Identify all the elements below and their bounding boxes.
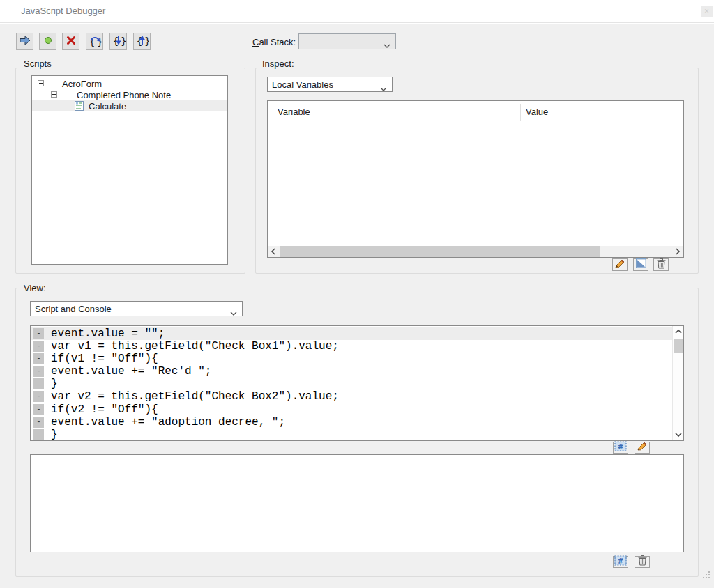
resize-grip[interactable] xyxy=(703,577,704,578)
resume-button[interactable] xyxy=(16,33,33,50)
chevron-down-icon xyxy=(380,83,387,87)
hash-icon: # xyxy=(614,555,627,568)
tree-item-calculate[interactable]: Calculate xyxy=(32,100,227,111)
breakpoint-gutter[interactable]: - xyxy=(33,404,44,415)
code-line-text: var v2 = this.getField("Check Box2").val… xyxy=(51,390,339,403)
javascript-debugger-window: JavaScript Debugger {} {} {} Call Stack:… xyxy=(0,0,714,588)
value-column-header[interactable]: Value xyxy=(526,107,548,117)
green-dot-icon xyxy=(42,34,54,49)
goto-console-line-button[interactable]: # xyxy=(613,556,628,568)
horizontal-scrollbar[interactable] xyxy=(268,246,683,257)
close-button[interactable] xyxy=(701,6,713,17)
scripts-tree[interactable]: AcroFormCompleted Phone NoteCalculate xyxy=(31,75,228,265)
collapse-minus-icon[interactable] xyxy=(38,80,44,86)
scroll-up-icon[interactable] xyxy=(673,326,684,337)
stop-button[interactable] xyxy=(62,33,79,50)
step-into-button[interactable]: {} xyxy=(109,33,127,50)
code-line[interactable]: -event.value = ""; xyxy=(31,327,672,340)
scrollbar-thumb[interactable] xyxy=(280,246,600,257)
trash-icon xyxy=(638,555,647,568)
code-line-text: var v1 = this.getField("Check Box1").val… xyxy=(51,340,339,353)
tree-item-label: Completed Phone Note xyxy=(77,90,171,100)
inspect-scope-dropdown[interactable]: Local Variables xyxy=(267,77,393,92)
svg-text:#: # xyxy=(618,443,623,451)
tree-item-label: AcroForm xyxy=(62,79,102,89)
code-line-text: event.value = ""; xyxy=(51,327,165,340)
collapse-minus-icon[interactable] xyxy=(51,91,57,98)
scroll-down-icon[interactable] xyxy=(673,429,684,440)
breakpoint-gutter[interactable]: - xyxy=(33,328,44,339)
column-divider[interactable] xyxy=(520,104,521,121)
view-mode-value: Script and Console xyxy=(35,304,112,314)
code-line[interactable]: -var v2 = this.getField("Check Box2").va… xyxy=(31,390,672,403)
call-stack-label: Call Stack: xyxy=(252,37,296,47)
code-line-text: } xyxy=(51,428,58,440)
breakpoint-gutter[interactable] xyxy=(33,378,44,389)
variable-column-header[interactable]: Variable xyxy=(278,107,310,117)
breakpoint-gutter[interactable]: - xyxy=(33,353,44,364)
svg-text:}: } xyxy=(121,36,126,47)
code-line-text: event.value += "adoption decree, "; xyxy=(51,416,285,428)
svg-text:}: } xyxy=(144,36,149,47)
code-line-text: } xyxy=(51,378,58,390)
code-line[interactable]: -event.value += "Rec'd "; xyxy=(31,365,672,378)
scrollbar-thumb[interactable] xyxy=(674,339,683,353)
view-mode-dropdown[interactable]: Script and Console xyxy=(30,301,243,316)
code-line-text: if(v2 != "Off"){ xyxy=(51,403,158,416)
code-lines: -event.value = "";-var v1 = this.getFiel… xyxy=(31,327,672,440)
vertical-scrollbar[interactable] xyxy=(672,326,683,440)
red-x-icon xyxy=(65,34,77,49)
breakpoint-gutter[interactable]: - xyxy=(33,391,44,402)
view-group-label: View: xyxy=(21,283,49,293)
console-output[interactable] xyxy=(30,454,684,552)
tree-item-completed-phone-note[interactable]: Completed Phone Note xyxy=(32,89,227,100)
breakpoint-gutter[interactable]: - xyxy=(33,417,44,428)
down-arrow-braces-icon: {} xyxy=(112,33,126,50)
code-line[interactable]: } xyxy=(31,428,672,440)
call-stack-dropdown[interactable] xyxy=(298,33,396,49)
inspect-scope-value: Local Variables xyxy=(272,79,333,90)
breakpoint-gutter[interactable]: - xyxy=(33,341,44,352)
up-arrow-braces-icon: {} xyxy=(135,33,149,50)
edit-value-button[interactable] xyxy=(612,258,628,271)
code-line[interactable]: -event.value += "adoption decree, "; xyxy=(31,416,672,428)
insert-watch-button[interactable] xyxy=(633,258,648,271)
chevron-down-icon xyxy=(383,40,390,44)
code-line[interactable]: } xyxy=(31,378,672,390)
tree-item-label: Calculate xyxy=(89,101,126,111)
scroll-right-icon[interactable] xyxy=(672,246,683,257)
edit-script-button[interactable] xyxy=(635,442,650,454)
inspect-group-label: Inspect: xyxy=(259,59,297,69)
code-line-text: event.value += "Rec'd "; xyxy=(51,365,211,378)
window-title: JavaScript Debugger xyxy=(21,6,105,16)
clear-console-button[interactable] xyxy=(635,556,650,568)
chevron-down-icon xyxy=(230,307,237,311)
breakpoint-gutter[interactable]: - xyxy=(33,366,44,377)
delete-variable-button[interactable] xyxy=(653,258,669,271)
scroll-left-icon[interactable] xyxy=(268,246,279,257)
code-line[interactable]: -if(v2 != "Off"){ xyxy=(31,403,672,416)
code-line-text: if(v1 != "Off"){ xyxy=(51,353,158,365)
scripts-group-label: Scripts xyxy=(21,59,54,69)
step-out-button[interactable]: {} xyxy=(133,33,151,50)
record-button[interactable] xyxy=(39,33,56,50)
step-over-button[interactable]: {} xyxy=(86,33,103,50)
breakpoint-gutter[interactable] xyxy=(33,429,44,440)
trash-icon xyxy=(657,258,666,272)
tree-item-acroform[interactable]: AcroForm xyxy=(32,78,227,89)
pencil-icon xyxy=(614,258,625,272)
hash-dotted-icon: # xyxy=(614,441,627,454)
script-editor[interactable]: -event.value = "";-var v1 = this.getFiel… xyxy=(30,325,684,441)
goto-line-button[interactable]: # xyxy=(613,442,628,454)
code-line[interactable]: -if(v1 != "Off"){ xyxy=(31,353,672,365)
variables-table[interactable]: Variable Value xyxy=(267,100,684,258)
loop-arrow-braces-icon: {} xyxy=(88,33,102,50)
pencil-icon xyxy=(637,441,648,454)
blue-arrow-right-icon xyxy=(18,34,32,49)
titlebar: JavaScript Debugger xyxy=(0,0,714,23)
watch-icon xyxy=(636,258,646,271)
script-icon xyxy=(75,101,84,111)
code-line[interactable]: -var v1 = this.getField("Check Box1").va… xyxy=(31,340,672,353)
svg-text:#: # xyxy=(618,557,623,565)
